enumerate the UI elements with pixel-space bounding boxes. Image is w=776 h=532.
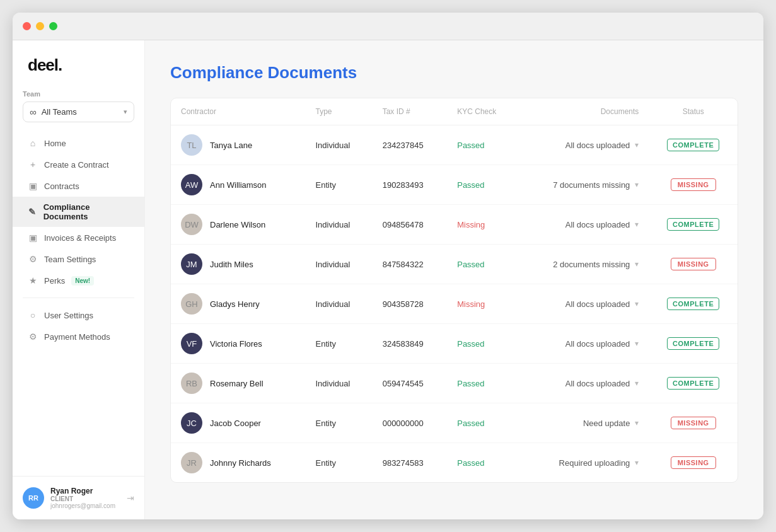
contractor-avatar-4: GH [181, 293, 202, 315]
expand-icon-8[interactable]: ▾ [635, 458, 639, 467]
expand-icon-5[interactable]: ▾ [635, 339, 639, 348]
sidebar-item-compliance-documents[interactable]: ✎ Compliance Documents [13, 197, 144, 227]
table-row[interactable]: VF Victoria Flores Entity 324583849 Pass… [171, 324, 738, 364]
contractor-type-4: Individual [306, 284, 373, 324]
contractor-status-0: COMPLETE [649, 125, 738, 165]
traffic-lights [23, 22, 57, 30]
contractor-name-5: Victoria Flores [210, 339, 262, 349]
sidebar-item-user-settings-label: User Settings [44, 311, 93, 320]
sidebar-item-user-settings[interactable]: ○ User Settings [13, 304, 144, 326]
titlebar [13, 13, 763, 40]
col-status: Status [649, 98, 738, 125]
contractor-status-2: COMPLETE [649, 205, 738, 245]
user-info: Ryan Roger CLIENT johnrogers@gmail.com [50, 487, 120, 509]
contractor-cell-7: JC Jacob Cooper [171, 403, 306, 443]
doc-text-7: Need update [583, 419, 630, 428]
contractor-cell-8: JR Johnny Richards [171, 443, 306, 483]
contractor-status-7: MISSING [649, 403, 738, 443]
sidebar-item-payment-methods[interactable]: ⚙ Payment Methods [13, 326, 144, 347]
contractor-kyc-3: Passed [447, 245, 519, 284]
status-badge-7: MISSING [671, 417, 716, 429]
contractor-taxid-4: 904358728 [373, 284, 448, 324]
sidebar-item-create-contract-label: Create a Contract [44, 160, 109, 170]
contractor-taxid-1: 190283493 [373, 165, 448, 205]
contractor-taxid-0: 234237845 [373, 125, 448, 165]
contractor-avatar-7: JC [181, 412, 202, 434]
compliance-icon: ✎ [28, 207, 37, 217]
contractor-docs-8: Required uploading ▾ [519, 443, 649, 483]
expand-icon-4[interactable]: ▾ [635, 299, 639, 308]
user-email: johnrogers@gmail.com [50, 502, 120, 509]
compliance-table-card: Contractor Type Tax ID # KYC Check Docum… [170, 98, 738, 483]
close-button[interactable] [23, 22, 31, 30]
sidebar: deel. Team ∞ All Teams ▾ ⌂ Home + [13, 40, 145, 519]
contractor-avatar-0: TL [181, 134, 202, 156]
contractor-taxid-7: 000000000 [373, 403, 448, 443]
contractor-type-5: Entity [306, 324, 373, 364]
logout-icon[interactable]: ⇥ [127, 493, 134, 503]
app-window: deel. Team ∞ All Teams ▾ ⌂ Home + [13, 13, 763, 519]
table-row[interactable]: AW Ann Williamson Entity 190283493 Passe… [171, 165, 738, 205]
contractor-name-7: Jacob Cooper [210, 419, 261, 428]
team-selector-label: All Teams [42, 107, 77, 117]
sidebar-item-team-settings[interactable]: ⚙ Team Settings [13, 248, 144, 270]
doc-text-3: 2 documents missing [553, 260, 630, 269]
payment-methods-icon: ⚙ [28, 332, 38, 342]
doc-text-1: 7 documents missing [553, 180, 630, 190]
sidebar-item-contracts[interactable]: ▣ Contracts [13, 175, 144, 197]
table-row[interactable]: JM Judith Miles Individual 847584322 Pas… [171, 245, 738, 284]
sidebar-bottom: RR Ryan Roger CLIENT johnrogers@gmail.co… [13, 476, 144, 519]
expand-icon-7[interactable]: ▾ [635, 419, 639, 427]
sidebar-item-create-contract[interactable]: + Create a Contract [13, 154, 144, 175]
table-row[interactable]: DW Darlene Wilson Individual 094856478 M… [171, 205, 738, 245]
contractor-docs-0: All docs uploaded ▾ [519, 125, 649, 165]
contractor-name-4: Gladys Henry [210, 299, 260, 309]
table-row[interactable]: GH Gladys Henry Individual 904358728 Mis… [171, 284, 738, 324]
compliance-table: Contractor Type Tax ID # KYC Check Docum… [171, 98, 738, 482]
team-selector[interactable]: ∞ All Teams ▾ [23, 101, 134, 122]
sidebar-item-home[interactable]: ⌂ Home [13, 132, 144, 154]
user-name: Ryan Roger [50, 487, 120, 495]
contractor-kyc-4: Missing [447, 284, 519, 324]
expand-icon-6[interactable]: ▾ [635, 379, 639, 388]
sidebar-item-contracts-label: Contracts [44, 182, 79, 191]
team-label: Team [23, 90, 134, 98]
table-row[interactable]: JR Johnny Richards Entity 983274583 Pass… [171, 443, 738, 483]
doc-text-0: All docs uploaded [565, 141, 630, 150]
contractor-type-1: Entity [306, 165, 373, 205]
col-kyc-check: KYC Check [447, 98, 519, 125]
sidebar-item-perks[interactable]: ★ Perks New! [13, 270, 144, 291]
minimize-button[interactable] [36, 22, 44, 30]
invoices-icon: ▣ [28, 233, 38, 243]
perks-icon: ★ [28, 275, 38, 286]
logo: deel. [13, 40, 144, 85]
doc-text-8: Required uploading [559, 458, 630, 468]
col-documents: Documents [519, 98, 649, 125]
contractor-taxid-5: 324583849 [373, 324, 448, 364]
chevron-down-icon: ▾ [124, 108, 127, 116]
doc-text-6: All docs uploaded [565, 379, 630, 388]
expand-icon-3[interactable]: ▾ [635, 260, 639, 269]
status-badge-8: MISSING [671, 456, 716, 469]
user-settings-icon: ○ [28, 310, 38, 320]
table-row[interactable]: JC Jacob Cooper Entity 000000000 Passed … [171, 403, 738, 443]
contractor-kyc-7: Passed [447, 403, 519, 443]
sidebar-item-invoices-receipts-label: Invoices & Receipts [44, 233, 116, 243]
table-row[interactable]: TL Tanya Lane Individual 234237845 Passe… [171, 125, 738, 165]
table-row[interactable]: RB Rosemary Bell Individual 059474545 Pa… [171, 364, 738, 403]
maximize-button[interactable] [49, 22, 57, 30]
expand-icon-0[interactable]: ▾ [635, 141, 639, 149]
contractor-status-1: MISSING [649, 165, 738, 205]
doc-text-2: All docs uploaded [565, 220, 630, 229]
status-badge-5: COMPLETE [667, 337, 719, 350]
page-title: Compliance Documents [170, 63, 738, 83]
contractor-kyc-6: Passed [447, 364, 519, 403]
team-section: Team ∞ All Teams ▾ [13, 85, 144, 127]
contractor-kyc-5: Passed [447, 324, 519, 364]
contractor-status-8: MISSING [649, 443, 738, 483]
contractor-avatar-5: VF [181, 333, 202, 354]
sidebar-item-invoices-receipts[interactable]: ▣ Invoices & Receipts [13, 227, 144, 248]
expand-icon-1[interactable]: ▾ [635, 180, 639, 189]
expand-icon-2[interactable]: ▾ [635, 220, 639, 229]
contractor-avatar-1: AW [181, 174, 202, 195]
